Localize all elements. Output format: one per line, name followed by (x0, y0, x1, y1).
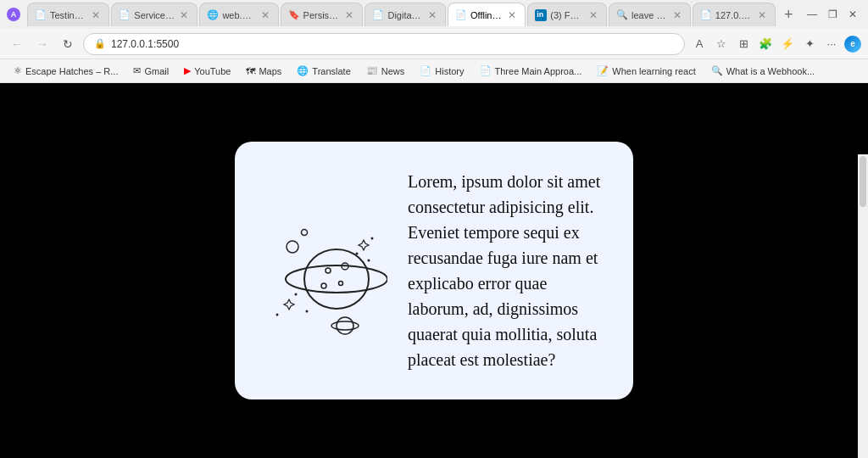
tab-title-5: Digital Si (387, 10, 423, 20)
bm-label-7: History (435, 66, 464, 76)
svg-point-11 (337, 317, 353, 334)
favorites-icon[interactable]: ☆ (712, 35, 731, 53)
traffic-lights: A (7, 8, 20, 21)
tab-close-1[interactable]: ✕ (90, 9, 102, 21)
tab-close-3[interactable]: ✕ (259, 9, 271, 21)
window-controls: — ❐ ✕ (804, 6, 861, 23)
bm-icon-10: 🔍 (711, 65, 723, 76)
svg-point-2 (304, 249, 369, 309)
svg-point-12 (331, 321, 359, 330)
tab-close-5[interactable]: ✕ (426, 9, 438, 21)
bm-label-8: Three Main Approa... (495, 66, 582, 76)
tab-service[interactable]: 📄 Service W ✕ (111, 3, 198, 26)
svg-point-1 (302, 230, 308, 236)
new-tab-button[interactable]: + (777, 3, 800, 26)
bm-icon-9: 📝 (597, 65, 609, 76)
tab-favicon-6: 📄 (455, 9, 467, 21)
bm-icon-1: ⚛ (14, 65, 22, 76)
title-bar: A 📄 Testing S ✕ 📄 Service W ✕ 🌐 web.dev … (0, 0, 868, 29)
tab-close-6[interactable]: ✕ (506, 9, 518, 21)
bm-icon-3: ▶ (184, 65, 191, 76)
tab-favicon-9: 📄 (700, 9, 712, 21)
bookmark-youtube[interactable]: ▶ YouTube (177, 64, 237, 78)
profile-icon[interactable]: A (7, 8, 20, 21)
scrollbar-thumb[interactable] (860, 156, 866, 207)
bm-icon-6: 📰 (366, 65, 378, 76)
tab-persist[interactable]: 🔖 Persisten ✕ (281, 3, 364, 26)
bookmark-gmail[interactable]: ✉ Gmail (126, 64, 175, 78)
bm-label-4: Maps (259, 66, 281, 76)
reload-button[interactable]: ↻ (58, 34, 78, 54)
bm-icon-4: 🗺 (246, 66, 255, 76)
svg-point-0 (287, 241, 298, 253)
svg-point-15 (368, 260, 370, 262)
svg-point-3 (286, 265, 387, 293)
collections-icon[interactable]: ⊞ (734, 35, 753, 53)
browser-content: Lorem, ipsum dolor sit amet consectetur … (0, 83, 868, 458)
bookmark-webhook[interactable]: 🔍 What is a Webhook... (704, 64, 821, 78)
bookmarks-bar: ⚛ Escape Hatches – R... ✉ Gmail ▶ YouTub… (0, 59, 868, 83)
nav-right-icons: A ☆ ⊞ 🧩 ⚡ ✦ ··· e (690, 35, 861, 53)
bm-label-5: Translate (312, 66, 350, 76)
svg-point-7 (321, 283, 326, 288)
tab-leave[interactable]: 🔍 leave me ✕ (609, 3, 691, 26)
tab-favicon-2: 📄 (119, 9, 131, 21)
bm-icon-7: 📄 (420, 65, 431, 76)
address-bar[interactable]: 🔒 127.0.0.1:5500 (83, 33, 685, 55)
performance-icon[interactable]: ⚡ (778, 35, 797, 53)
tab-webdev[interactable]: 🌐 web.dev ✕ (199, 3, 278, 26)
tab-favicon-8: 🔍 (616, 9, 628, 21)
tab-title-9: 127.0.0.1 (715, 10, 753, 20)
forward-button[interactable]: → (32, 34, 53, 54)
maximize-button[interactable]: ❐ (824, 6, 841, 23)
minimize-button[interactable]: — (804, 6, 821, 23)
copilot-icon[interactable]: ✦ (800, 35, 819, 53)
tab-close-7[interactable]: ✕ (587, 9, 599, 21)
card-body-text: Lorem, ipsum dolor sit amet consectetur … (408, 169, 603, 372)
back-button[interactable]: ← (7, 34, 27, 54)
tab-favicon-7: in (535, 9, 547, 21)
scrollbar[interactable] (858, 154, 868, 458)
tab-title-2: Service W (134, 10, 175, 20)
tab-bar: 📄 Testing S ✕ 📄 Service W ✕ 🌐 web.dev ✕ … (27, 3, 800, 26)
menu-button[interactable]: ··· (822, 35, 841, 53)
card-illustration (260, 194, 387, 347)
tab-close-9[interactable]: ✕ (756, 9, 768, 21)
tab-title-6: Offline s (470, 10, 503, 20)
close-button[interactable]: ✕ (844, 6, 861, 23)
tab-offline[interactable]: 📄 Offline s ✕ (448, 3, 526, 26)
bookmark-news[interactable]: 📰 News (359, 64, 412, 78)
bookmark-three-main[interactable]: 📄 Three Main Approa... (473, 64, 589, 78)
bookmark-learning-react[interactable]: 📝 When learning react (590, 64, 702, 78)
bookmark-escape-hatches[interactable]: ⚛ Escape Hatches – R... (7, 64, 125, 78)
svg-point-8 (371, 237, 374, 240)
svg-point-6 (339, 282, 343, 286)
tab-close-4[interactable]: ✕ (343, 9, 355, 21)
tab-localhost[interactable]: 📄 127.0.0.1 ✕ (693, 3, 776, 26)
tab-testing[interactable]: 📄 Testing S ✕ (27, 3, 109, 26)
bm-label-3: YouTube (194, 66, 231, 76)
tab-favicon-3: 🌐 (207, 9, 219, 21)
tab-favicon-4: 🔖 (288, 9, 300, 21)
extensions-icon[interactable]: 🧩 (756, 35, 775, 53)
bookmark-history[interactable]: 📄 History (413, 64, 470, 78)
tab-close-8[interactable]: ✕ (671, 9, 683, 21)
bm-label-1: Escape Hatches – R... (25, 66, 118, 76)
bm-label-6: News (381, 66, 405, 76)
browser-window: A 📄 Testing S ✕ 📄 Service W ✕ 🌐 web.dev … (0, 0, 868, 458)
translate-icon[interactable]: A (690, 35, 709, 53)
tab-favicon-1: 📄 (35, 9, 47, 21)
tab-close-2[interactable]: ✕ (178, 9, 190, 21)
svg-point-13 (306, 310, 309, 313)
bm-label-10: What is a Webhook... (726, 66, 815, 76)
bookmark-maps[interactable]: 🗺 Maps (239, 64, 288, 78)
tab-digital[interactable]: 📄 Digital Si ✕ (364, 3, 446, 26)
bookmark-translate[interactable]: 🌐 Translate (290, 64, 357, 78)
content-card: Lorem, ipsum dolor sit amet consectetur … (235, 142, 633, 399)
bm-label-2: Gmail (144, 66, 169, 76)
planet-svg (260, 194, 387, 347)
bm-icon-2: ✉ (133, 65, 141, 76)
tab-title-3: web.dev (222, 10, 255, 20)
svg-point-4 (326, 268, 331, 273)
tab-linkedin[interactable]: in (3) Feed ✕ (527, 3, 607, 26)
